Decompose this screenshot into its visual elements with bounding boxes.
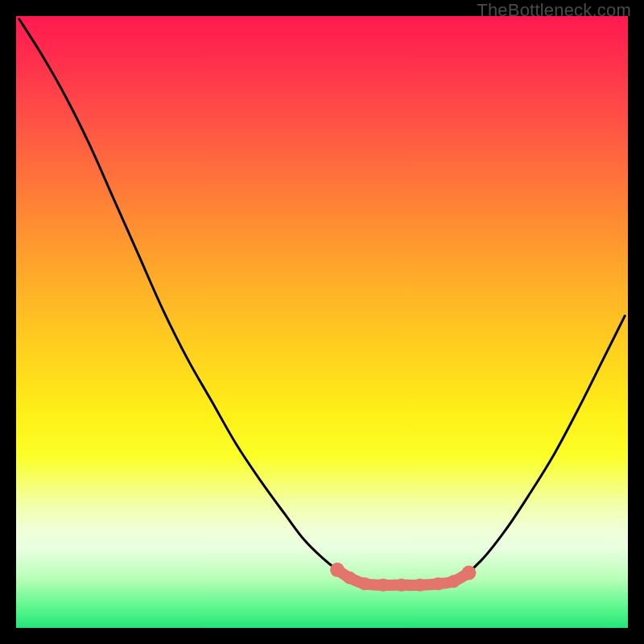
highlight-dot — [330, 563, 345, 577]
highlight-dot — [461, 566, 476, 580]
highlight-dot — [414, 579, 427, 592]
highlight-dot — [431, 577, 444, 590]
chart-frame: TheBottleneck.com — [0, 0, 644, 644]
highlight-dot — [447, 575, 460, 588]
curve-layer — [16, 16, 628, 628]
highlight-dot — [395, 579, 408, 592]
highlight-dot — [343, 572, 356, 584]
highlight-dot — [377, 579, 390, 592]
watermark-text: TheBottleneck.com — [477, 0, 631, 21]
highlight-dot — [358, 577, 371, 590]
bottleneck-curve — [19, 19, 625, 585]
